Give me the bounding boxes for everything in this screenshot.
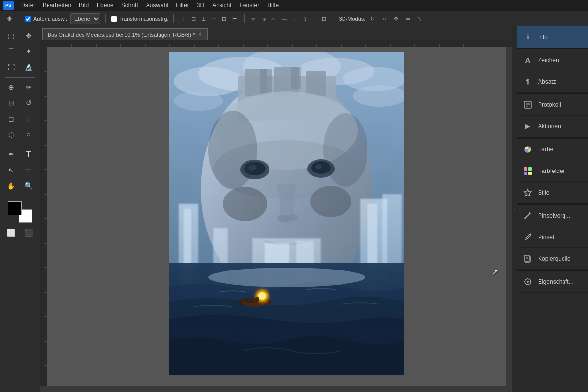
sep2: [105, 14, 106, 23]
scroll-bar-bottom[interactable]: [40, 386, 512, 392]
panel-item-farbe[interactable]: Farbe: [517, 139, 588, 160]
gradient-tool[interactable]: ▦: [21, 111, 37, 126]
menu-datei[interactable]: Datei: [18, 1, 38, 10]
zeichen-label: Zeichen: [538, 57, 559, 64]
crop-tool[interactable]: ⛶: [3, 60, 20, 74]
panel-item-zeichen[interactable]: A Zeichen: [517, 49, 588, 71]
shape-tool[interactable]: ▭: [21, 163, 37, 177]
eyedropper-tool[interactable]: 🔬: [21, 60, 37, 74]
aktionen-icon: ▶: [522, 121, 533, 132]
panel-collapse-handle[interactable]: ›: [512, 26, 517, 392]
svg-point-39: [353, 85, 404, 107]
eraser-tool[interactable]: ◻: [3, 111, 20, 126]
scroll-bar-right[interactable]: [506, 47, 512, 386]
layer-dropdown[interactable]: Ebene: [70, 13, 100, 24]
arrange-icon[interactable]: ⊞: [320, 14, 329, 23]
distribute-top-icon[interactable]: ⟚: [249, 14, 258, 23]
distribute-vert-icon[interactable]: ⟛: [260, 14, 269, 23]
move-tool-icon[interactable]: ✥: [4, 13, 15, 24]
menu-ansicht[interactable]: Ansicht: [209, 1, 235, 10]
menu-auswahl[interactable]: Auswahl: [143, 1, 172, 10]
panel-item-pinselvorg[interactable]: Pinselvorg...: [517, 205, 588, 226]
color-swatch-area: [8, 201, 32, 223]
left-toolbar: ⬚ ✥ ⌒ ✦ ⛶ 🔬 ⊕ ✏ ⊟ ↺ ◻ ▦ ◌ ○ ✒: [0, 26, 40, 392]
brush-tool[interactable]: ✏: [21, 80, 37, 95]
svg-rect-86: [528, 167, 532, 171]
3d-scale-icon[interactable]: ⤡: [415, 14, 424, 23]
menu-hilfe[interactable]: Hilfe: [264, 1, 282, 10]
select-rect-tool[interactable]: ⬚: [3, 28, 20, 43]
panel-item-aktionen[interactable]: ▶ Aktionen: [517, 116, 588, 137]
magic-wand-tool[interactable]: ✦: [21, 44, 37, 59]
svg-rect-46: [260, 69, 272, 94]
menu-filter[interactable]: Filter: [172, 1, 193, 10]
tool-row-mode: ⬜ ⬛: [3, 226, 37, 240]
3d-pan-icon[interactable]: ✥: [392, 14, 400, 23]
aktionen-label: Aktionen: [538, 123, 561, 130]
kopierquelle-icon: [522, 253, 533, 264]
path-select-tool[interactable]: ↖: [3, 163, 20, 177]
cursor: ↗: [492, 268, 498, 277]
zoom-tool[interactable]: 🔍: [21, 178, 37, 193]
text-tool[interactable]: T: [21, 147, 37, 162]
tool-sep-2: [5, 145, 35, 145]
blur-tool[interactable]: ◌: [3, 127, 20, 142]
panel-item-info[interactable]: ℹ Info: [517, 26, 588, 48]
align-horiz-center-icon[interactable]: ⊞: [220, 14, 229, 23]
distribute-left-icon[interactable]: ⟝: [280, 14, 289, 23]
spot-heal-tool[interactable]: ⊕: [3, 80, 20, 95]
panel-item-absatz[interactable]: ¶ Absatz: [517, 71, 588, 93]
3d-rotate-icon[interactable]: ↻: [368, 14, 377, 23]
menu-bild[interactable]: Bild: [75, 1, 92, 10]
stile-icon: [522, 187, 533, 198]
pinsel-label: Pinsel: [538, 234, 554, 241]
align-vert-center-icon[interactable]: ⊟: [189, 14, 198, 23]
quick-mask-mode[interactable]: ⬜: [3, 226, 20, 240]
align-icons: ⊤ ⊟ ⊥ ⊣ ⊞ ⊢: [179, 14, 239, 23]
foreground-color-swatch[interactable]: [8, 201, 22, 215]
align-top-icon[interactable]: ⊤: [179, 14, 188, 23]
pen-tool[interactable]: ✒: [3, 147, 20, 162]
panel-item-kopierquelle[interactable]: Kopierquelle: [517, 248, 588, 270]
panel-item-farbfelder[interactable]: Farbfelder: [517, 160, 588, 182]
distribute-right-icon[interactable]: ⟟: [301, 14, 310, 23]
svg-point-56: [277, 215, 289, 222]
panel-item-protokoll[interactable]: Protokoll: [517, 94, 588, 116]
3d-slide-icon[interactable]: ⇔: [403, 14, 412, 23]
align-bottom-icon[interactable]: ⊥: [199, 14, 208, 23]
menu-ebene[interactable]: Ebene: [93, 1, 117, 10]
3d-roll-icon[interactable]: ○: [380, 14, 389, 23]
panel-item-stile[interactable]: Stile: [517, 182, 588, 203]
move-tool[interactable]: ✥: [21, 28, 37, 43]
panel-item-pinsel[interactable]: Pinsel: [517, 226, 588, 248]
artwork-svg: [169, 52, 404, 375]
distribute-horiz-icon[interactable]: ⟞: [291, 14, 299, 23]
lasso-tool[interactable]: ⌒: [3, 44, 20, 59]
menu-schrift[interactable]: Schrift: [118, 1, 142, 10]
ps-logo: PS: [3, 1, 14, 10]
document-tab[interactable]: Das Orakel des Meeres.psd bei 10,1% (Ent…: [42, 28, 208, 40]
canvas-container[interactable]: ↗: [47, 47, 506, 386]
svg-rect-45: [306, 71, 326, 96]
menu-fenster[interactable]: Fenster: [236, 1, 263, 10]
menu-3d[interactable]: 3D: [194, 1, 208, 10]
auto-select-checkbox[interactable]: [25, 16, 31, 22]
align-left-icon[interactable]: ⊣: [210, 14, 219, 23]
zeichen-icon: A: [522, 55, 533, 66]
distribute-bottom-icon[interactable]: ⟜: [270, 14, 279, 23]
svg-point-55: [315, 164, 322, 169]
tab-close-btn[interactable]: ×: [197, 31, 202, 38]
screen-mode[interactable]: ⬛: [21, 226, 37, 240]
dodge-tool[interactable]: ○: [21, 127, 37, 142]
pinselvorg-label: Pinselvorg...: [538, 212, 570, 219]
clone-stamp-tool[interactable]: ⊟: [3, 96, 20, 110]
tab-bar: Das Orakel des Meeres.psd bei 10,1% (Ent…: [40, 26, 512, 40]
farbe-icon: [522, 144, 533, 155]
panel-item-eigenschaft[interactable]: Eigenschaft...: [517, 271, 588, 293]
hand-tool[interactable]: ✋: [3, 178, 20, 193]
align-right-icon[interactable]: ⊢: [230, 14, 239, 23]
transform-checkbox[interactable]: [111, 16, 117, 22]
history-brush-tool[interactable]: ↺: [21, 96, 37, 110]
distribute-icons: ⟚ ⟛ ⟜ ⟝ ⟞ ⟟: [249, 14, 310, 23]
menu-bearbeiten[interactable]: Bearbeiten: [39, 1, 74, 10]
